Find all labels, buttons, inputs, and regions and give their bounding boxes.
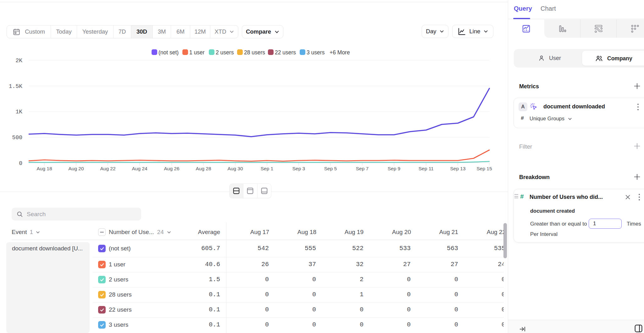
svg-text:1K: 1K (15, 109, 22, 115)
svg-text:Sep 5: Sep 5 (324, 166, 337, 171)
svg-text:Sep 9: Sep 9 (388, 166, 401, 171)
svg-text:22 users: 22 users (275, 49, 296, 56)
svg-text:Sep 3: Sep 3 (292, 166, 305, 171)
svg-text:Aug 24: Aug 24 (132, 166, 147, 171)
svg-text:Aug 28: Aug 28 (196, 166, 211, 171)
svg-text:28 users: 28 users (244, 49, 265, 56)
svg-text:Sep 15: Sep 15 (476, 166, 492, 171)
svg-text:Aug 26: Aug 26 (164, 166, 179, 171)
svg-text:Sep 1: Sep 1 (261, 166, 274, 171)
svg-text:1.5K: 1.5K (9, 83, 22, 90)
svg-text:1 user: 1 user (189, 49, 205, 56)
svg-text:Sep 11: Sep 11 (419, 166, 434, 171)
svg-text:Aug 18: Aug 18 (36, 166, 52, 171)
svg-text:Sep 7: Sep 7 (356, 166, 369, 171)
svg-text:0: 0 (19, 160, 22, 166)
svg-text:Aug 22: Aug 22 (100, 166, 115, 171)
svg-text:(not set): (not set) (158, 49, 179, 56)
svg-text:2K: 2K (15, 57, 22, 64)
svg-text:+6 More: +6 More (330, 49, 350, 56)
svg-text:3 users: 3 users (307, 49, 325, 56)
svg-text:Sep 13: Sep 13 (450, 166, 465, 171)
svg-text:500: 500 (12, 134, 22, 141)
svg-text:Aug 30: Aug 30 (227, 166, 243, 171)
svg-text:2 users: 2 users (216, 49, 234, 56)
svg-text:Aug 20: Aug 20 (68, 166, 84, 171)
